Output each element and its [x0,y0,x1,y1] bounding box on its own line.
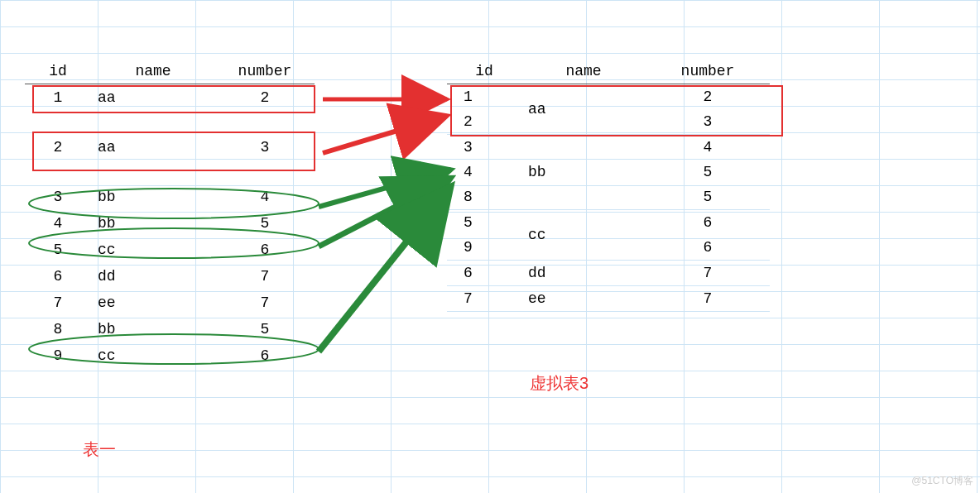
cell-name: aa [91,139,215,156]
cell-name: bb [91,321,215,337]
cell-number: 2 [215,89,315,106]
cell-number: 7 [646,261,770,285]
cell-number: 7 [215,294,315,311]
cell-id: 1 [25,89,91,106]
header-id: id [25,63,91,79]
label-table-one: 表一 [83,438,116,461]
cell-name: cc [91,242,215,258]
virtual-table-three: id name number 12aa23348bb45559cc666dd77… [447,58,770,312]
cell-id: 2 [447,109,521,134]
cell-number: 7 [215,268,315,285]
cell-name-merged: cc [521,210,646,260]
header-id: id [447,63,521,79]
group-row: 6dd7 [447,261,770,286]
header-name: name [91,63,215,79]
cell-id: 7 [25,294,91,311]
cell-name-merged: bb [521,135,646,209]
cell-name: bb [91,189,215,205]
table-row: 4 bb 5 [25,210,315,237]
cell-id: 3 [25,189,91,205]
cell-id: 4 [447,160,521,184]
cell-id: 3 [447,135,521,160]
table-header: id name number [25,58,315,84]
table-row: 8 bb 5 [25,316,315,342]
header-number: number [646,63,770,79]
table-one: id name number 1 aa 2 2 aa 3 3 bb 4 4 bb… [25,58,315,369]
cell-number: 4 [215,189,315,205]
cell-number: 2 [646,84,770,109]
label-virtual-table: 虚拟表3 [530,372,588,395]
table-row: 2 aa 3 [25,134,315,160]
cell-id: 8 [25,321,91,337]
cell-number: 5 [646,160,770,184]
header-number: number [215,63,315,79]
cell-id: 9 [447,235,521,260]
table-row: 3 bb 4 [25,184,315,210]
cell-name: dd [91,268,215,285]
cell-id: 7 [447,286,521,311]
table-row: 6 dd 7 [25,263,315,290]
group-row: 12aa23 [447,84,770,135]
cell-id: 9 [25,347,91,364]
cell-number: 5 [646,184,770,209]
cell-id: 2 [25,139,91,156]
group-row: 348bb455 [447,135,770,210]
cell-id: 8 [447,184,521,209]
cell-number: 6 [215,242,315,258]
cell-id: 4 [25,215,91,232]
cell-name-merged: ee [521,286,646,311]
cell-number: 6 [646,210,770,235]
table-row: 9 cc 6 [25,342,315,369]
cell-name-merged: aa [521,84,646,134]
cell-name: bb [91,215,215,232]
cell-name: ee [91,294,215,311]
cell-number: 5 [215,321,315,337]
cell-name: cc [91,347,215,364]
group-row: 59cc66 [447,210,770,261]
group-row: 7ee7 [447,286,770,312]
table-header: id name number [447,58,770,84]
cell-number: 3 [215,139,315,156]
cell-name-merged: dd [521,261,646,285]
cell-number: 4 [646,135,770,160]
table-row: 5 cc 6 [25,237,315,263]
cell-id: 1 [447,84,521,109]
table-row: 1 aa 2 [25,84,315,111]
cell-number: 7 [646,286,770,311]
cell-number: 5 [215,215,315,232]
header-name: name [521,63,646,79]
cell-id: 5 [25,242,91,258]
cell-number: 6 [646,235,770,260]
watermark: @51CTO博客 [911,474,973,488]
cell-id: 5 [447,210,521,235]
cell-id: 6 [25,268,91,285]
table-row: 7 ee 7 [25,290,315,316]
cell-number: 3 [646,109,770,134]
cell-name: aa [91,89,215,106]
cell-number: 6 [215,347,315,364]
cell-id: 6 [447,261,521,285]
